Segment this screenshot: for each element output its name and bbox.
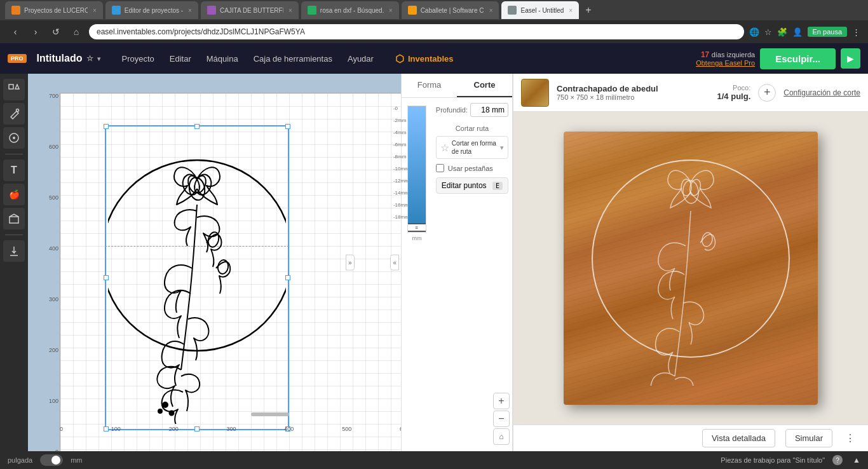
depth-ruler[interactable] <box>407 105 426 233</box>
title-caret-icon[interactable]: ▾ <box>97 55 100 62</box>
tab-close-3[interactable]: × <box>288 7 292 14</box>
new-tab-button[interactable]: + <box>581 4 595 16</box>
pause-btn[interactable]: En pausa <box>808 27 847 37</box>
home-button[interactable]: ⌂ <box>69 27 84 37</box>
canvas-workspace[interactable]: 700 600 500 400 300 200 100 0 <box>28 74 512 451</box>
menu-icon[interactable]: ⋮ <box>852 27 860 37</box>
rose-artwork <box>108 128 286 424</box>
forward-button[interactable]: › <box>28 27 43 37</box>
material-dims: 750 × 750 × 18 milímetro <box>557 93 710 101</box>
svg-rect-0 <box>9 85 13 89</box>
collapse-left-panel-button[interactable]: » <box>346 255 355 271</box>
star-bookmark-icon[interactable]: ☆ <box>764 27 772 37</box>
circle-tool[interactable] <box>3 127 25 149</box>
y-label-300: 300 <box>33 296 58 302</box>
tab-corte[interactable]: Corte <box>457 74 512 97</box>
inventables-label: Inventables <box>408 54 454 64</box>
depth-input[interactable] <box>470 103 508 117</box>
nav-caja[interactable]: Caja de herramientas <box>247 50 339 67</box>
canvas-grid[interactable] <box>60 93 409 451</box>
inventables-button[interactable]: ⬡ Inventables <box>395 53 454 65</box>
tab-label-2: Editor de proyectos - <box>125 7 183 14</box>
tab-close-6[interactable]: × <box>569 7 573 14</box>
tab-close-2[interactable]: × <box>188 7 192 14</box>
tab-forma[interactable]: Forma <box>402 74 457 97</box>
help-icon[interactable]: ? <box>832 455 843 465</box>
depth-scale: -0 -2mm -4mm -6mm -8mm -10mm -12mm -14mm… <box>402 98 432 451</box>
cut-settings-link[interactable]: Configuración de corte <box>783 88 860 97</box>
box-icon <box>8 213 20 224</box>
depth-unit-label: mm <box>404 235 430 241</box>
tab-proyectos[interactable]: Proyectos de LUCERO × <box>5 1 103 19</box>
edit-points-button[interactable]: Editar puntos E <box>436 177 508 194</box>
tab-close-5[interactable]: × <box>489 7 493 14</box>
panel-tabs: Forma Corte <box>402 74 512 98</box>
carve-button[interactable]: Esculpir... <box>760 48 836 69</box>
tabs-checkbox[interactable] <box>436 164 444 172</box>
apps-tool[interactable]: 🍎 <box>3 184 25 205</box>
canvas-area: 700 600 500 400 300 200 100 0 <box>28 74 512 451</box>
cut-route-arrow-icon: ▾ <box>500 144 504 152</box>
y-label-500: 500 <box>33 194 58 201</box>
tab-close-1[interactable]: × <box>93 7 97 14</box>
more-options-button[interactable]: ⋮ <box>843 430 858 447</box>
svg-point-2 <box>17 109 19 112</box>
handle-top-right[interactable] <box>285 124 290 129</box>
zoom-out-button[interactable]: − <box>493 411 510 427</box>
extension-icon[interactable]: 🧩 <box>777 27 787 37</box>
shapes-tool[interactable] <box>3 79 25 100</box>
nav-editar[interactable]: Editar <box>163 50 198 67</box>
text-tool[interactable]: T <box>3 160 25 181</box>
nav-proyecto[interactable]: Proyecto <box>116 50 161 67</box>
material-swatch <box>521 79 549 107</box>
preview-image <box>554 122 827 414</box>
carve-arrow-button[interactable]: ▶ <box>841 48 860 69</box>
tab-easel[interactable]: Easel - Untitled × <box>501 1 579 19</box>
get-pro-link[interactable]: Obtenga Easel Pro <box>696 59 755 67</box>
simulate-button[interactable]: Simular <box>785 429 832 447</box>
tab-rosa[interactable]: rosa en dxf - Búsqued... × <box>301 1 399 19</box>
app-header: PRO Intitulado ☆ ▾ Proyecto Editar Máqui… <box>0 43 868 74</box>
tabs-label: Usar pestañas <box>448 165 493 172</box>
refresh-button[interactable]: ↺ <box>48 27 64 37</box>
collapse-right-panel-button[interactable]: « <box>390 255 399 271</box>
upload-icon <box>8 245 20 257</box>
tab-cajita[interactable]: CAJITA DE BUTTERFLY × <box>201 1 299 19</box>
cut-depth-label: Poco: <box>717 84 751 92</box>
address-text: easel.inventables.com/projects/dhdzJDslM… <box>97 27 305 36</box>
unit-toggle[interactable] <box>40 454 63 466</box>
edit-points-shortcut: E <box>492 182 503 190</box>
profile-icon[interactable]: 👤 <box>792 27 803 37</box>
app-title-text: Intitulado <box>37 53 83 64</box>
handle-middle-right[interactable] <box>285 275 290 280</box>
pen-tool[interactable] <box>3 103 25 125</box>
address-bar[interactable]: easel.inventables.com/projects/dhdzJDslM… <box>89 24 744 39</box>
toolbar-divider-1 <box>5 154 23 154</box>
x-label-500: 500 <box>342 426 351 432</box>
add-material-button[interactable]: + <box>758 84 776 102</box>
import-tool[interactable] <box>3 208 25 229</box>
svg-point-13 <box>163 402 168 407</box>
scroll-thumb[interactable] <box>251 412 289 416</box>
upload-tool[interactable] <box>3 240 25 262</box>
cut-route-button[interactable]: ☆ Cortar en forma de ruta ▾ <box>436 136 508 159</box>
workpieces-caret[interactable]: ▲ <box>853 456 860 465</box>
zoom-reset-button[interactable]: ⌂ <box>493 428 510 445</box>
material-name: Contrachapado de abedul <box>557 84 710 93</box>
x-label-200: 200 <box>169 426 179 432</box>
inventables-icon: ⬡ <box>395 53 404 65</box>
detail-view-button[interactable]: Vista detallada <box>702 429 775 447</box>
zoom-in-button[interactable]: + <box>493 393 510 409</box>
tab-editor[interactable]: Editor de proyectos - × <box>105 1 198 19</box>
title-star-icon[interactable]: ☆ <box>86 54 93 63</box>
depth-field: Profundid: <box>436 103 508 117</box>
tab-close-4[interactable]: × <box>389 7 393 14</box>
depth-handle[interactable] <box>407 223 426 232</box>
nav-ayudar[interactable]: Ayudar <box>341 50 380 67</box>
back-button[interactable]: ‹ <box>8 27 23 37</box>
svg-point-15 <box>170 411 174 416</box>
3d-preview <box>513 112 868 425</box>
nav-maquina[interactable]: Máquina <box>200 50 245 67</box>
tab-caballete[interactable]: Caballete | Software C... × <box>402 1 499 19</box>
translate-icon[interactable]: 🌐 <box>749 27 759 37</box>
